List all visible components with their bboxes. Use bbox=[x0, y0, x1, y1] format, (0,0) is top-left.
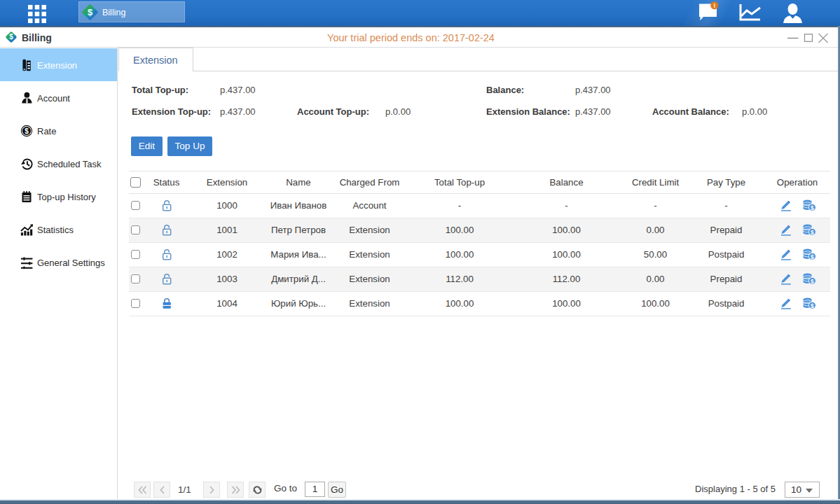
svg-text:$: $ bbox=[811, 278, 814, 285]
svg-text:$: $ bbox=[811, 253, 814, 260]
svg-text:$: $ bbox=[811, 204, 814, 211]
svg-text:$: $ bbox=[811, 302, 814, 309]
svg-text:$: $ bbox=[25, 127, 29, 135]
svg-text:!: ! bbox=[713, 2, 715, 9]
svg-text:$: $ bbox=[811, 229, 814, 236]
